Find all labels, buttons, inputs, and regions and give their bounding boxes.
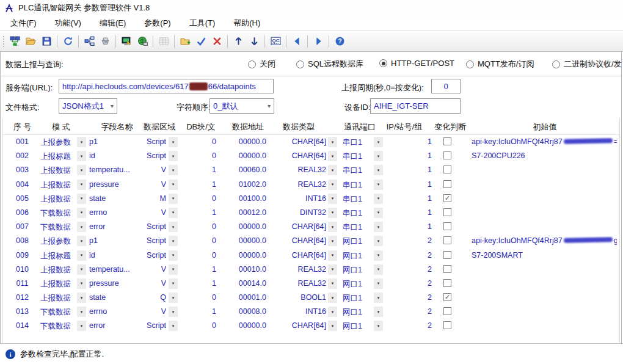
port-dropdown[interactable]: ▾ [374,151,383,161]
type-dropdown[interactable]: ▾ [328,151,337,161]
area-dropdown[interactable]: ▾ [169,208,178,218]
type-dropdown[interactable]: ▾ [328,180,337,190]
area-dropdown[interactable]: ▾ [169,307,178,317]
type-dropdown[interactable]: ▾ [328,236,337,246]
type-dropdown[interactable]: ▾ [328,250,337,261]
change-detect-checkbox[interactable] [443,137,451,145]
mode-dropdown[interactable]: ▾ [77,264,86,275]
port-dropdown[interactable]: ▾ [374,307,383,317]
move-down-icon[interactable] [246,34,262,49]
table-row[interactable]: 014下载数据▾errorScript▾000000.0CHAR[64]▾网口1… [2,319,619,333]
table-row[interactable]: 001上报参数▾p1Script▾000000.0CHAR[64]▾串口1▾1a… [2,135,619,149]
type-dropdown[interactable]: ▾ [328,293,337,303]
mode-dropdown[interactable]: ▾ [77,151,86,161]
port-dropdown[interactable]: ▾ [374,222,383,232]
mode-dropdown[interactable]: ▾ [77,165,86,175]
type-dropdown[interactable]: ▾ [328,307,337,317]
table-row[interactable]: 003上报数据▾temperatu...V▾100060.0REAL32▾串口1… [2,163,619,177]
table-row[interactable]: 008上报参数▾p1Script▾000000.0CHAR[64]▾网口1▾2a… [2,234,619,248]
next-icon[interactable] [310,34,326,49]
area-dropdown[interactable]: ▾ [169,180,178,190]
port-dropdown[interactable]: ▾ [374,293,383,303]
port-dropdown[interactable]: ▾ [374,264,383,275]
mode-dropdown[interactable]: ▾ [77,137,86,147]
file-format-select[interactable]: JSON格式1▾ [59,98,117,114]
change-detect-checkbox[interactable] [443,180,451,188]
change-detect-checkbox[interactable] [443,279,451,287]
change-detect-checkbox[interactable] [443,236,451,244]
monitor-edit-icon[interactable] [118,34,134,49]
area-dropdown[interactable]: ▾ [169,137,178,147]
type-dropdown[interactable]: ▾ [328,264,337,275]
mode-dropdown[interactable]: ▾ [77,293,86,303]
connect-icon[interactable] [7,34,23,49]
area-dropdown[interactable]: ▾ [169,278,178,289]
prev-icon[interactable] [289,34,305,49]
mode-dropdown[interactable]: ▾ [77,180,86,190]
serial-port-icon[interactable] [97,34,113,49]
table-row[interactable]: 009上报标题▾idScript▾000000.0CHAR[64]▾网口1▾2S… [2,249,619,263]
port-dropdown[interactable]: ▾ [374,278,383,289]
port-dropdown[interactable]: ▾ [374,250,383,261]
change-detect-checkbox[interactable] [443,151,451,159]
area-dropdown[interactable]: ▾ [169,321,178,331]
port-dropdown[interactable]: ▾ [374,321,383,331]
area-dropdown[interactable]: ▾ [169,264,178,275]
table-row[interactable]: 007下载数据▾errorScript▾000000.0CHAR[64]▾串口1… [2,220,619,234]
menu-help[interactable]: 帮助(H) [224,16,269,31]
port-dropdown[interactable]: ▾ [374,137,383,147]
port-dropdown[interactable]: ▾ [374,236,383,246]
change-detect-checkbox[interactable] [443,307,451,315]
menu-edit[interactable]: 编辑(E) [90,16,135,31]
area-dropdown[interactable]: ▾ [169,165,178,175]
type-dropdown[interactable]: ▾ [328,165,337,175]
table-row[interactable]: 005上报数据▾stateM▾000100.0INT16▾串口1▾1✓ [2,192,619,206]
report-period-input[interactable]: 0 [431,79,461,93]
mode-dropdown[interactable]: ▾ [77,194,86,204]
type-dropdown[interactable]: ▾ [328,278,337,289]
port-dropdown[interactable]: ▾ [374,208,383,218]
change-detect-checkbox[interactable]: ✓ [443,194,451,202]
radio-report-0[interactable]: 关闭 [248,59,275,70]
refresh-icon[interactable] [60,34,76,49]
table-row[interactable]: 013下载数据▾errnoV▾100008.0INT16▾网口1▾2 [2,305,619,319]
type-dropdown[interactable]: ▾ [328,194,337,204]
topology-icon[interactable] [81,34,97,49]
radio-report-4[interactable]: 二进制协议收/发 [552,59,622,70]
check-icon[interactable] [193,34,209,49]
type-dropdown[interactable]: ▾ [328,321,337,331]
area-dropdown[interactable]: ▾ [169,250,178,261]
folder-add-icon[interactable] [177,34,193,49]
area-dropdown[interactable]: ▾ [169,236,178,246]
type-dropdown[interactable]: ▾ [328,208,337,218]
area-dropdown[interactable]: ▾ [169,222,178,232]
port-dropdown[interactable]: ▾ [374,194,383,204]
qc-icon[interactable]: QC [268,34,283,49]
change-detect-checkbox[interactable] [443,166,451,173]
menu-tools[interactable]: 工具(T) [180,16,225,31]
help-icon[interactable]: ? [332,34,348,49]
change-detect-checkbox[interactable] [443,222,451,230]
menu-function[interactable]: 功能(V) [46,16,90,31]
port-dropdown[interactable]: ▾ [374,165,383,175]
type-dropdown[interactable]: ▾ [328,222,337,232]
save-icon[interactable] [38,34,54,49]
mode-dropdown[interactable]: ▾ [77,236,86,246]
change-detect-checkbox[interactable] [443,265,451,273]
cancel-icon[interactable] [209,34,225,49]
change-detect-checkbox[interactable] [443,321,451,329]
move-up-icon[interactable] [230,34,246,49]
area-dropdown[interactable]: ▾ [169,293,178,303]
mode-dropdown[interactable]: ▾ [77,307,86,317]
radio-report-3[interactable]: MQTT发布/订阅 [466,59,534,70]
table-row[interactable]: 012上报数据▾stateQ▾000001.0BOOL1▾网口1▾2✓ [2,291,619,305]
mode-dropdown[interactable]: ▾ [77,321,86,331]
mode-dropdown[interactable]: ▾ [77,222,86,232]
network-globe-icon[interactable] [134,34,150,49]
mode-dropdown[interactable]: ▾ [77,278,86,289]
change-detect-checkbox[interactable] [443,251,451,259]
area-dropdown[interactable]: ▾ [169,151,178,161]
area-dropdown[interactable]: ▾ [169,194,178,204]
port-dropdown[interactable]: ▾ [374,180,383,190]
menu-params[interactable]: 参数(P) [135,16,180,31]
